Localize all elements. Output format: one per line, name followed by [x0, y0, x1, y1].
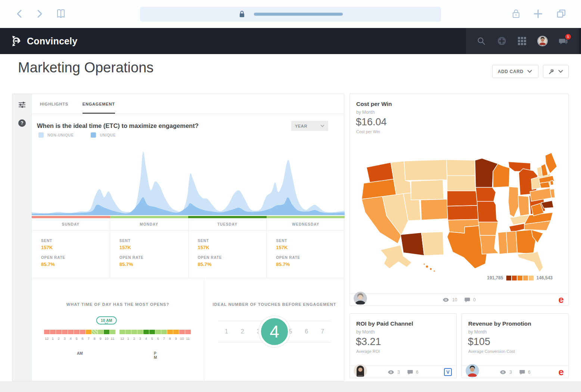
page-title: Marketing Operations [18, 60, 153, 76]
open-rate-label: OPEN RATE [276, 255, 345, 260]
legend-swatch [518, 276, 522, 280]
day-stats-row: SENT 157K OPEN RATE 85.7% SENT 157K OPEN… [32, 231, 345, 278]
sent-value: 157K [198, 245, 267, 250]
day-stats-monday: SENT 157K OPEN RATE 85.7% [110, 231, 189, 278]
day-header: SUNDAY [32, 218, 110, 230]
hour-cell: 1 [125, 330, 131, 347]
tab-overview-icon[interactable] [556, 8, 567, 19]
page-bottom-strip [0, 381, 581, 392]
legend-swatch [512, 276, 517, 280]
hour-cell: 3 [137, 330, 143, 347]
touch-7: 7 [314, 321, 330, 342]
sent-label: SENT [198, 239, 267, 243]
legend-min-value: 146,543 [537, 275, 553, 280]
card-title: Cost per Win [356, 101, 392, 107]
tab-engagement[interactable]: ENGAGEMENT [83, 94, 115, 114]
time-of-day-section: WHAT TIME OF DAY HAS THE MOST OPENS? 10 … [32, 278, 204, 382]
bookmarks-icon[interactable] [55, 8, 66, 19]
day-header-row: SUNDAY MONDAY TUESDAY WEDNESDAY [32, 218, 345, 231]
card-title: ROI by Paid Channel [356, 320, 413, 327]
legend-label: NON-UNIQUE [47, 133, 74, 137]
chart-legend: NON-UNIQUE UNIQUE [38, 132, 116, 138]
chart-question-title: When is the ideal time (ETC) to maximize… [37, 122, 199, 129]
chevron-down-icon [558, 70, 563, 73]
sent-value: 157K [41, 245, 110, 250]
time-of-day-title: WHAT TIME OF DAY HAS THE MOST OPENS? [32, 302, 204, 307]
card-value: $105 [468, 336, 490, 348]
address-bar[interactable] [140, 7, 441, 22]
revenue-card: Revenue by Promotion by Month $105 Avera… [462, 313, 569, 378]
hour-cell: 7 [86, 330, 92, 347]
hour-cell: 7 [161, 330, 167, 347]
card-value: $16.04 [356, 116, 387, 128]
sent-label: SENT [276, 239, 345, 243]
cost-per-win-card: Cost per Win by Month $16.04 Cost per Wi… [349, 94, 569, 306]
card-bottom-section: WHAT TIME OF DAY HAS THE MOST OPENS? 10 … [32, 278, 345, 382]
views-count: 3 [397, 370, 400, 375]
messages-icon[interactable]: 1 [559, 36, 568, 46]
touch-4: 4 [267, 321, 283, 342]
hour-cell: 4 [68, 330, 74, 347]
card-side-rail: ? [12, 94, 32, 381]
hour-cell: 11 [110, 330, 116, 347]
day-stats-tuesday: SENT 157K OPEN RATE 85.7% [189, 231, 267, 278]
open-rate-label: OPEN RATE [41, 255, 110, 260]
card-caption: Cost per Win [356, 129, 380, 134]
convincely-logo-icon [10, 34, 23, 48]
reader-lock-icon[interactable] [511, 8, 522, 19]
comments-icon [465, 297, 470, 302]
views-count: 10 [452, 297, 457, 302]
card-value: $3.21 [356, 336, 381, 348]
hour-cell: 11 [185, 330, 191, 347]
sent-value: 157K [119, 245, 188, 250]
hours-strip: 10 AM 121234567891011121234567891011 [44, 330, 192, 347]
day-header: MONDAY [110, 218, 189, 230]
views-icon [442, 298, 449, 302]
add-card-button[interactable]: ADD CARD [492, 65, 538, 78]
brand-name: Convincely [27, 36, 77, 47]
legend-swatch [91, 132, 96, 138]
hour-cell: 9 [173, 330, 179, 347]
engagement-card-content: HIGHLIGHTS ENGAGEMENT When is the ideal … [32, 94, 345, 381]
day-header: WEDNESDAY [267, 218, 345, 230]
apps-grid-icon[interactable] [517, 36, 527, 46]
us-choropleth-map [359, 147, 560, 277]
hour-cell: 9 [98, 330, 104, 347]
period-select[interactable]: YEAR [291, 121, 328, 131]
add-new-icon[interactable] [497, 36, 507, 46]
new-tab-icon[interactable] [532, 8, 544, 19]
card-caption: Average Conversion Cost [468, 349, 515, 354]
user-avatar[interactable] [537, 36, 548, 46]
secure-lock-icon [238, 10, 246, 18]
card-caption: Average ROI [356, 349, 380, 354]
search-icon[interactable] [476, 36, 486, 46]
engagement-area-chart [32, 149, 345, 216]
messages-badge: 1 [565, 34, 571, 40]
hour-cell: 3 [62, 330, 68, 347]
legend-swatch [523, 276, 528, 280]
day-header: TUESDAY [189, 218, 267, 230]
hour-cell: 8 [92, 330, 98, 347]
touches-scale: 1 2 3 4 5 6 7 [218, 321, 330, 342]
browser-forward-icon[interactable] [34, 8, 45, 19]
settings-button[interactable] [543, 65, 569, 78]
legend-item-non-unique: NON-UNIQUE [38, 132, 74, 138]
brand[interactable]: Convincely [10, 34, 77, 48]
tab-highlights[interactable]: HIGHLIGHTS [40, 94, 68, 114]
card-subtitle: by Month [356, 329, 375, 335]
pm-label: P M [154, 351, 157, 360]
touch-6: 6 [298, 321, 314, 342]
roi-card: ROI by Paid Channel by Month $3.21 Avera… [349, 313, 457, 378]
help-icon[interactable]: ? [18, 119, 26, 127]
legend-color-scale [506, 276, 534, 280]
legend-item-unique: UNIQUE [91, 132, 116, 138]
footer-metrics: 3 6 [350, 366, 456, 378]
filter-sliders-icon[interactable] [18, 101, 26, 108]
eloqua-logo: e [559, 294, 564, 305]
hour-cell: 8 [167, 330, 173, 347]
card-footer: 3 6 V [350, 366, 456, 378]
add-card-label: ADD CARD [498, 69, 523, 74]
hour-cell: 10 [104, 330, 110, 347]
browser-back-icon[interactable] [14, 8, 25, 19]
touches-section: IDEAL NUMBER OF TOUCHES BEFORE ENGAGEMEN… [204, 278, 345, 382]
